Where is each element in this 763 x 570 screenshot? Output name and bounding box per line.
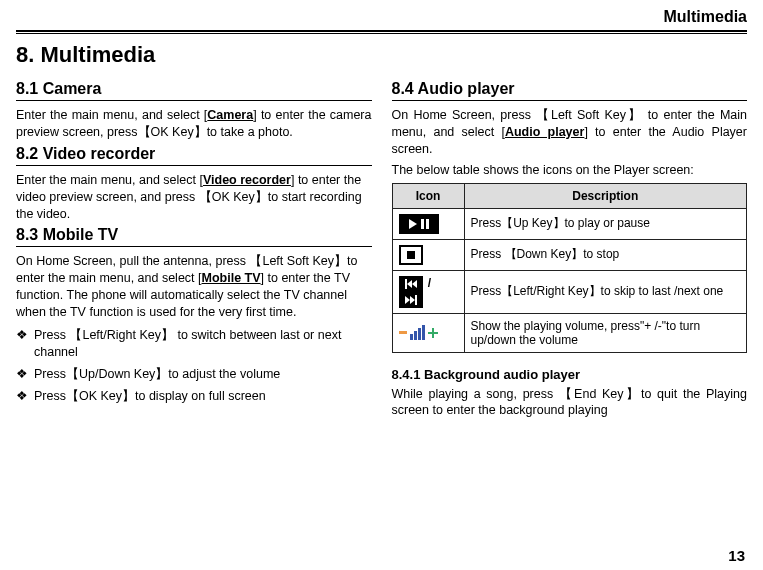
diamond-bullet-icon: ❖ (16, 366, 28, 383)
table-header-description: Description (464, 183, 747, 208)
stop-icon (399, 245, 423, 265)
header-rule (16, 30, 747, 34)
bullet-item: ❖Press 【Left/Right Key】 to switch betwee… (16, 327, 372, 361)
table-row: Show the playing volume, press"+ /-"to t… (392, 313, 747, 352)
section-8-3-title: 8.3 Mobile TV (16, 226, 372, 244)
icon-cell (392, 313, 464, 352)
section-8-1-body: Enter the main menu, and select [Camera]… (16, 107, 372, 141)
bullet-text: Press【OK Key】to display on full screen (34, 388, 266, 405)
skip-previous-icon (399, 276, 423, 292)
table-row: Press【Up Key】to play or pause (392, 208, 747, 239)
icons-table: Icon Description Press【Up Key】to play or… (392, 183, 748, 353)
icon-cell (392, 239, 464, 270)
section-8-3-body: On Home Screen, pull the antenna, press … (16, 253, 372, 321)
section-rule (392, 100, 748, 101)
page-header: Multimedia (16, 8, 747, 30)
camera-bold: Camera (207, 108, 253, 122)
diamond-bullet-icon: ❖ (16, 388, 28, 405)
table-header-row: Icon Description (392, 183, 747, 208)
description-cell: Press 【Down Key】to stop (464, 239, 747, 270)
section-8-3-bullets: ❖Press 【Left/Right Key】 to switch betwee… (16, 327, 372, 405)
bullet-text: Press 【Left/Right Key】 to switch between… (34, 327, 372, 361)
left-column: 8.1 Camera Enter the main menu, and sele… (16, 76, 372, 423)
right-column: 8.4 Audio player On Home Screen, press 【… (392, 76, 748, 423)
section-rule (16, 246, 372, 247)
diamond-bullet-icon: ❖ (16, 327, 28, 361)
description-cell: Show the playing volume, press"+ /-"to t… (464, 313, 747, 352)
slash-separator: / (428, 276, 431, 290)
content-columns: 8.1 Camera Enter the main menu, and sele… (16, 76, 747, 423)
bullet-item: ❖Press【Up/Down Key】to adjust the volume (16, 366, 372, 383)
section-8-4-body-2: The below table shows the icons on the P… (392, 162, 748, 179)
bullet-text: Press【Up/Down Key】to adjust the volume (34, 366, 280, 383)
chapter-title: 8. Multimedia (16, 42, 747, 68)
description-cell: Press【Left/Right Key】to skip to last /ne… (464, 270, 747, 313)
play-pause-icon (399, 214, 439, 234)
table-row: Press 【Down Key】to stop (392, 239, 747, 270)
icon-cell: / (392, 270, 464, 313)
table-header-icon: Icon (392, 183, 464, 208)
table-row: / Press【Left/Right Key】to skip to last /… (392, 270, 747, 313)
icon-cell (392, 208, 464, 239)
video-recorder-bold: Video recorder (203, 173, 291, 187)
skip-next-icon (399, 292, 423, 308)
section-8-4-title: 8.4 Audio player (392, 80, 748, 98)
text: Enter the main menu, and select [ (16, 108, 207, 122)
section-8-1-title: 8.1 Camera (16, 80, 372, 98)
section-8-2-title: 8.2 Video recorder (16, 145, 372, 163)
page-number: 13 (728, 547, 745, 564)
section-8-4-1-title: 8.4.1 Background audio player (392, 367, 748, 382)
section-rule (16, 165, 372, 166)
section-rule (16, 100, 372, 101)
text: Enter the main menu, and select [ (16, 173, 203, 187)
audio-player-bold: Audio player (505, 125, 584, 139)
section-8-4-body: On Home Screen, press 【Left Soft Key】 to… (392, 107, 748, 158)
description-cell: Press【Up Key】to play or pause (464, 208, 747, 239)
bullet-item: ❖Press【OK Key】to display on full screen (16, 388, 372, 405)
section-8-2-body: Enter the main menu, and select [Video r… (16, 172, 372, 223)
volume-icon (399, 325, 438, 340)
mobile-tv-bold: Mobile TV (202, 271, 261, 285)
section-8-4-1-body: While playing a song, press 【End Key】to … (392, 386, 748, 420)
